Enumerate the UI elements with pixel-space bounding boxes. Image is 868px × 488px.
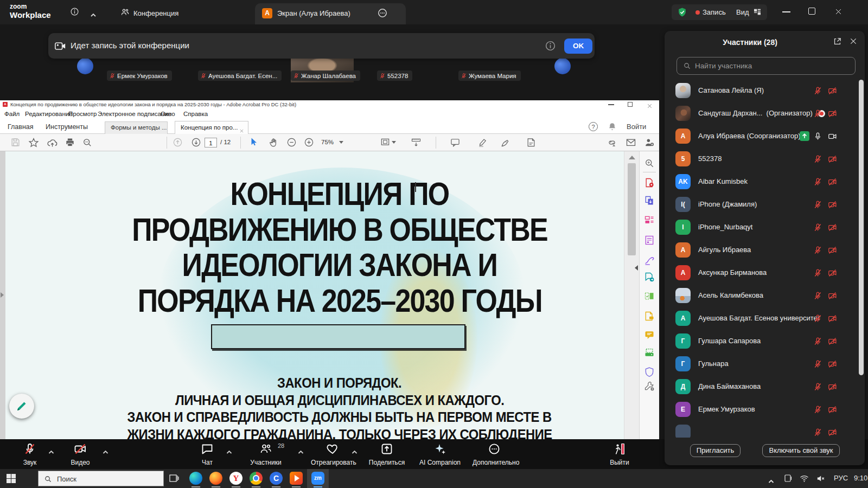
window-restore-button[interactable] [808, 8, 815, 15]
page-up-icon[interactable] [173, 137, 183, 150]
toolbar-item-cam-off[interactable]: Видео [59, 439, 102, 469]
zoom-out-icon[interactable] [286, 137, 297, 150]
mic-muted-icon[interactable] [813, 268, 822, 280]
mic-muted-icon[interactable] [813, 200, 822, 211]
yandex-icon[interactable]: Y [229, 472, 242, 485]
camera-muted-icon[interactable] [828, 177, 837, 189]
doc-tab-active[interactable]: Концепция по про... [175, 121, 248, 134]
mic-muted-icon[interactable] [813, 428, 822, 438]
acrobat-minimize-button[interactable] [608, 104, 614, 105]
page-number-input[interactable]: 1 [205, 138, 217, 147]
toolbar-item-sparkle[interactable]: AI Companion [418, 439, 462, 469]
menu-item[interactable]: Справка [183, 111, 208, 117]
panel-scrollbar-thumb[interactable] [859, 80, 864, 375]
ok-button[interactable]: OK [564, 38, 592, 54]
mic-muted-icon[interactable] [813, 86, 822, 98]
invite-button[interactable]: Пригласить [690, 444, 741, 457]
edge-icon[interactable] [189, 472, 202, 485]
mic-muted-icon[interactable] [813, 223, 822, 234]
page-down-icon[interactable] [191, 137, 201, 150]
tools-collapse-icon[interactable] [635, 265, 638, 271]
task-view-icon[interactable] [169, 473, 179, 483]
search-icon[interactable] [82, 137, 93, 150]
zoom-app-icon[interactable]: zm [311, 472, 324, 485]
chevron-up-icon[interactable] [48, 447, 55, 457]
participant-row[interactable]: ААйгуль Ибраева [665, 239, 865, 261]
participant-row[interactable]: ААлуа Ибраева (Соорганизатор) [665, 125, 865, 147]
comment-tool-icon[interactable] [644, 330, 655, 343]
participant-row[interactable] [665, 421, 865, 438]
fill-sign-icon[interactable] [644, 255, 655, 268]
participant-row[interactable]: IiPhone_Nurbaqyt [665, 216, 865, 239]
participant-row[interactable]: ААксункар Бирманова [665, 261, 865, 284]
camera-muted-icon[interactable] [828, 155, 837, 166]
windows-start-button[interactable] [7, 474, 16, 483]
marquee-zoom-icon[interactable] [644, 158, 655, 171]
view-grid-icon[interactable] [753, 8, 762, 18]
participant-search-input[interactable]: Найти участника [676, 57, 856, 75]
more-icon[interactable] [377, 8, 388, 21]
player-icon[interactable] [290, 472, 303, 485]
camera-muted-icon[interactable] [828, 314, 837, 325]
toolbar-item-mic-off[interactable]: Звук [8, 439, 52, 469]
camera-muted-icon[interactable] [828, 428, 837, 438]
window-minimize-button[interactable] [782, 11, 790, 12]
panel-close-icon[interactable] [849, 37, 858, 48]
clock[interactable]: 9:10 [854, 474, 867, 482]
protect-icon[interactable] [644, 367, 655, 380]
tab-home[interactable]: Главная [8, 123, 34, 131]
comment-icon[interactable] [450, 137, 461, 150]
participant-row[interactable]: Сандугаш Дархан...(Организатор) [665, 102, 865, 125]
link-icon[interactable] [607, 137, 617, 150]
sign-icon[interactable] [500, 137, 511, 150]
create-pdf-icon[interactable] [644, 177, 655, 190]
panel-popout-icon[interactable] [833, 37, 842, 48]
camera-muted-icon[interactable] [828, 223, 837, 234]
doc-tab-inactive[interactable]: Формы и методы ... [105, 121, 168, 134]
mic-muted-icon[interactable] [813, 155, 822, 166]
mic-muted-icon[interactable] [813, 177, 822, 189]
camera-muted-icon[interactable] [828, 382, 837, 394]
mic-muted-icon[interactable] [813, 314, 822, 325]
zoom-level-caret[interactable] [339, 141, 343, 144]
signin-button[interactable]: Войти [627, 123, 646, 131]
menu-item[interactable]: Окно [161, 111, 175, 117]
tray-device-icon[interactable] [784, 474, 793, 485]
banner-info-icon[interactable] [545, 40, 556, 54]
toolbar-item-heart[interactable]: Отреагировать [311, 439, 354, 469]
view-label[interactable]: Вид [736, 8, 749, 16]
mic-on-icon[interactable] [813, 132, 822, 143]
fit-page-caret[interactable] [392, 141, 396, 144]
left-panel-expand-icon[interactable] [1, 292, 4, 298]
firefox-icon[interactable] [209, 472, 222, 485]
zoom-level-label[interactable]: 75% [321, 139, 334, 145]
participant-row[interactable]: I(iPhone (Джамиля) [665, 193, 865, 216]
mic-muted-icon[interactable] [813, 109, 822, 120]
help-icon[interactable]: ? [589, 122, 598, 131]
mic-muted-icon[interactable] [813, 359, 822, 371]
wifi-icon[interactable] [800, 474, 809, 485]
annotate-fab[interactable] [9, 394, 34, 419]
mic-muted-icon[interactable] [813, 246, 822, 257]
participant-row[interactable]: 5552378 [665, 147, 865, 170]
info-icon[interactable] [70, 7, 79, 18]
pdf-scrollbar[interactable] [624, 151, 639, 439]
participant-row[interactable]: Сатанова Лейла (Я) [665, 80, 865, 102]
camera-muted-icon[interactable] [828, 109, 837, 120]
stamp-icon[interactable] [526, 137, 537, 150]
scan-ocr-icon[interactable] [644, 348, 655, 361]
zoom-in-icon[interactable] [304, 137, 314, 150]
acrobat-restore-button[interactable] [628, 102, 633, 107]
mic-muted-icon[interactable] [813, 382, 822, 394]
toolbar-item-chat[interactable]: Чат [186, 439, 229, 469]
window-close-button[interactable] [834, 8, 843, 18]
mail-icon[interactable] [626, 137, 636, 150]
chrome-icon[interactable] [250, 472, 263, 485]
c-app-icon[interactable]: C [270, 472, 283, 485]
camera-muted-icon[interactable] [828, 200, 837, 211]
chevron-up-icon[interactable] [226, 447, 233, 457]
participant-row[interactable]: AKAibar Kumisbek [665, 170, 865, 193]
share-upload-icon[interactable] [47, 137, 58, 151]
mic-muted-icon[interactable] [813, 337, 822, 348]
participant-row[interactable]: Асель Калимбекова [665, 284, 865, 307]
